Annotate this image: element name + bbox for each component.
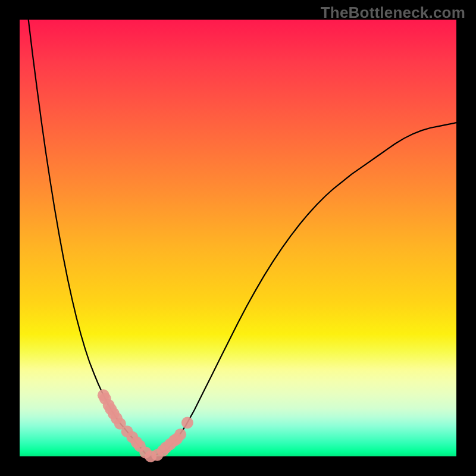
chart-svg [20, 20, 456, 456]
watermark-text: TheBottleneck.com [321, 4, 465, 22]
bottleneck-curve [29, 20, 456, 456]
marker-group [98, 389, 193, 462]
chart-frame: TheBottleneck.com [0, 0, 476, 476]
data-point [181, 417, 193, 429]
plot-area [20, 20, 456, 456]
data-point [174, 428, 186, 440]
